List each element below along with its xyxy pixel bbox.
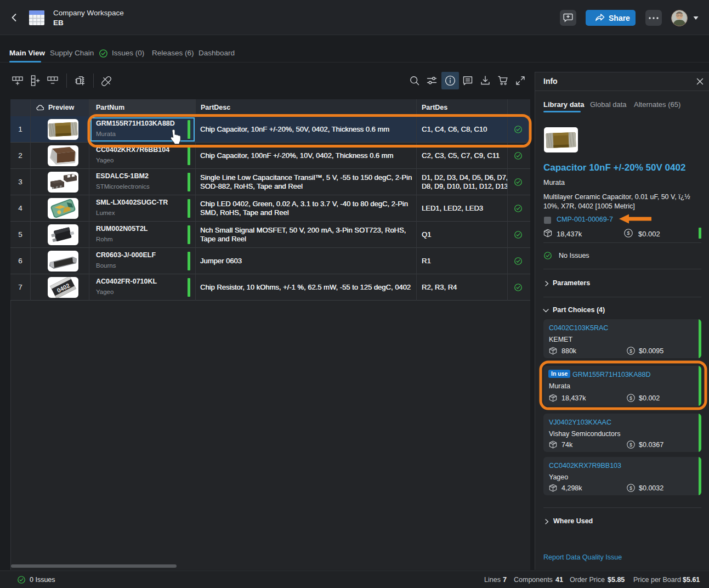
svg-text:$: $ [627, 230, 630, 236]
svg-text:$: $ [629, 348, 632, 354]
svg-text:$: $ [629, 442, 632, 448]
svg-text:$: $ [629, 395, 632, 401]
svg-text:$: $ [629, 485, 632, 491]
